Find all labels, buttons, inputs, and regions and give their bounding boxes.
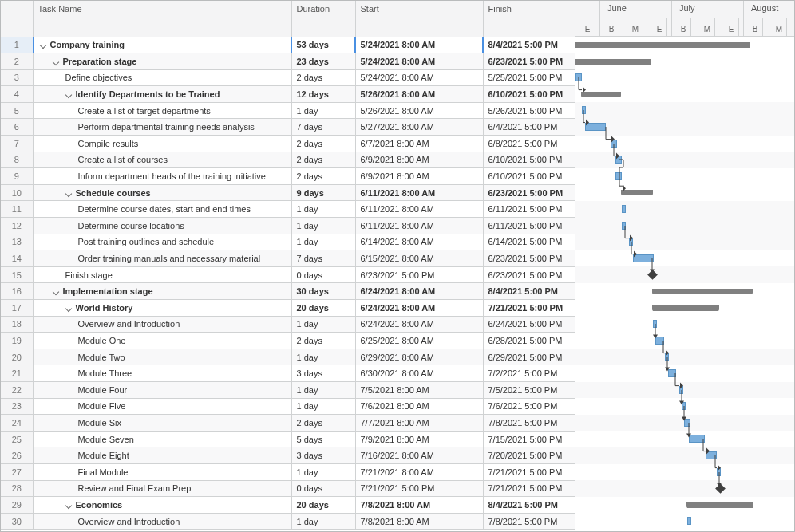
cell-start[interactable]: 5/26/2021 8:00 AM [355, 86, 483, 103]
table-row[interactable]: 12Determine course locations1 day6/11/20… [1, 218, 575, 234]
cell-duration[interactable]: 1 day [291, 398, 355, 415]
table-row[interactable]: 29Economics20 days7/8/2021 8:00 AM8/4/20… [1, 497, 575, 514]
row-number[interactable]: 3 [1, 69, 33, 86]
cell-start[interactable]: 7/8/2021 8:00 AM [355, 497, 483, 514]
cell-duration[interactable]: 1 day [291, 381, 355, 398]
gantt-row[interactable] [575, 464, 794, 481]
cell-duration[interactable]: 1 day [291, 234, 355, 250]
cell-duration[interactable]: 2 days [291, 136, 355, 152]
gantt-row[interactable] [575, 365, 794, 382]
cell-start[interactable]: 6/11/2021 8:00 AM [355, 184, 483, 201]
cell-finish[interactable]: 7/20/2021 5:00 PM [483, 447, 575, 464]
row-number[interactable]: 16 [1, 283, 33, 300]
table-row[interactable]: 25Module Seven5 days7/9/2021 8:00 AM7/15… [1, 431, 575, 447]
table-row[interactable]: 3Define objectives2 days5/24/2021 8:00 A… [1, 69, 575, 86]
cell-start[interactable]: 6/23/2021 5:00 PM [355, 266, 483, 283]
summary-bar[interactable] [575, 42, 750, 48]
table-row[interactable]: 6Perform departmental training needs ana… [1, 119, 575, 136]
gantt-row[interactable] [575, 152, 794, 168]
cell-task-name[interactable]: Preparation stage [33, 53, 291, 70]
task-bar[interactable] [633, 254, 654, 262]
table-row[interactable]: 2Preparation stage23 days5/24/2021 8:00 … [1, 53, 575, 70]
cell-task-name[interactable]: Module Seven [33, 431, 291, 447]
task-bar[interactable] [575, 73, 582, 81]
table-row[interactable]: 4Identify Departments to be Trained12 da… [1, 86, 575, 103]
chevron-down-icon[interactable] [65, 91, 73, 99]
cell-duration[interactable]: 1 day [291, 316, 355, 333]
cell-start[interactable]: 7/7/2021 8:00 AM [355, 415, 483, 432]
cell-duration[interactable]: 1 day [291, 218, 355, 234]
cell-start[interactable]: 5/24/2021 8:00 AM [355, 37, 483, 53]
gantt-row[interactable] [575, 218, 794, 234]
cell-task-name[interactable]: Economics [33, 497, 291, 514]
row-number[interactable]: 14 [1, 250, 33, 267]
cell-duration[interactable]: 23 days [291, 53, 355, 70]
cell-duration[interactable]: 1 day [291, 513, 355, 530]
cell-task-name[interactable]: Schedule courses [33, 184, 291, 201]
cell-finish[interactable]: 6/11/2021 5:00 PM [483, 218, 575, 234]
cell-finish[interactable]: 7/8/2021 5:00 PM [483, 513, 575, 530]
task-bar[interactable] [585, 123, 606, 131]
table-row[interactable]: 30Overview and Introduction1 day7/8/2021… [1, 513, 575, 530]
cell-start[interactable]: 7/16/2021 8:00 AM [355, 447, 483, 464]
col-header-duration[interactable]: Duration [291, 1, 355, 37]
gantt-row[interactable] [575, 184, 794, 201]
cell-start[interactable]: 6/9/2021 8:00 AM [355, 168, 483, 185]
task-bar[interactable] [615, 172, 622, 180]
col-header-finish[interactable]: Finish [483, 1, 575, 37]
row-number[interactable]: 7 [1, 136, 33, 152]
cell-start[interactable]: 5/24/2021 8:00 AM [355, 69, 483, 86]
cell-task-name[interactable]: Identify Departments to be Trained [33, 86, 291, 103]
table-row[interactable]: 10Schedule courses9 days6/11/2021 8:00 A… [1, 184, 575, 201]
cell-duration[interactable]: 7 days [291, 250, 355, 267]
cell-finish[interactable]: 6/24/2021 5:00 PM [483, 316, 575, 333]
cell-finish[interactable]: 7/6/2021 5:00 PM [483, 398, 575, 415]
cell-start[interactable]: 5/24/2021 8:00 AM [355, 53, 483, 70]
gantt-row[interactable] [575, 168, 794, 185]
task-bar[interactable] [682, 402, 686, 410]
task-bar[interactable] [629, 238, 633, 246]
row-number[interactable]: 12 [1, 218, 33, 234]
cell-finish[interactable]: 8/4/2021 5:00 PM [483, 497, 575, 514]
cell-duration[interactable]: 5 days [291, 431, 355, 447]
cell-start[interactable]: 6/11/2021 8:00 AM [355, 201, 483, 218]
cell-task-name[interactable]: Inform department heads of the training … [33, 168, 291, 185]
table-row[interactable]: 9Inform department heads of the training… [1, 168, 575, 185]
col-header-start[interactable]: Start [355, 1, 483, 37]
cell-finish[interactable]: 6/23/2021 5:00 PM [483, 266, 575, 283]
cell-duration[interactable]: 20 days [291, 497, 355, 514]
cell-task-name[interactable]: Review and Final Exam Prep [33, 480, 291, 497]
cell-duration[interactable]: 2 days [291, 333, 355, 349]
cell-finish[interactable]: 8/4/2021 5:00 PM [483, 283, 575, 300]
cell-finish[interactable]: 7/2/2021 5:00 PM [483, 365, 575, 382]
row-number[interactable]: 10 [1, 184, 33, 201]
task-bar[interactable] [706, 451, 717, 459]
cell-duration[interactable]: 9 days [291, 184, 355, 201]
task-bar[interactable] [611, 140, 617, 148]
row-number[interactable]: 4 [1, 86, 33, 103]
cell-task-name[interactable]: Finish stage [33, 266, 291, 283]
table-row[interactable]: 28Review and Final Exam Prep0 days7/21/2… [1, 480, 575, 497]
summary-bar[interactable] [653, 289, 752, 294]
cell-task-name[interactable]: Determine course dates, start and end ti… [33, 201, 291, 218]
gantt-row[interactable] [575, 136, 794, 152]
cell-task-name[interactable]: Company training [33, 37, 291, 53]
cell-duration[interactable]: 3 days [291, 365, 355, 382]
row-number[interactable]: 2 [1, 53, 33, 70]
row-number[interactable]: 9 [1, 168, 33, 185]
summary-bar[interactable] [687, 502, 753, 508]
cell-finish[interactable]: 6/4/2021 5:00 PM [483, 119, 575, 136]
gantt-row[interactable] [575, 266, 794, 283]
row-number[interactable]: 13 [1, 234, 33, 250]
gantt-row[interactable] [575, 201, 794, 218]
row-number[interactable]: 25 [1, 431, 33, 447]
cell-start[interactable]: 7/5/2021 8:00 AM [355, 381, 483, 398]
row-number[interactable]: 11 [1, 201, 33, 218]
row-number[interactable]: 21 [1, 365, 33, 382]
cell-finish[interactable]: 7/5/2021 5:00 PM [483, 381, 575, 398]
cell-finish[interactable]: 6/11/2021 5:00 PM [483, 201, 575, 218]
gantt-row[interactable] [575, 333, 794, 349]
gantt-row[interactable] [575, 250, 794, 267]
cell-duration[interactable]: 0 days [291, 480, 355, 497]
gantt-row[interactable] [575, 102, 794, 119]
